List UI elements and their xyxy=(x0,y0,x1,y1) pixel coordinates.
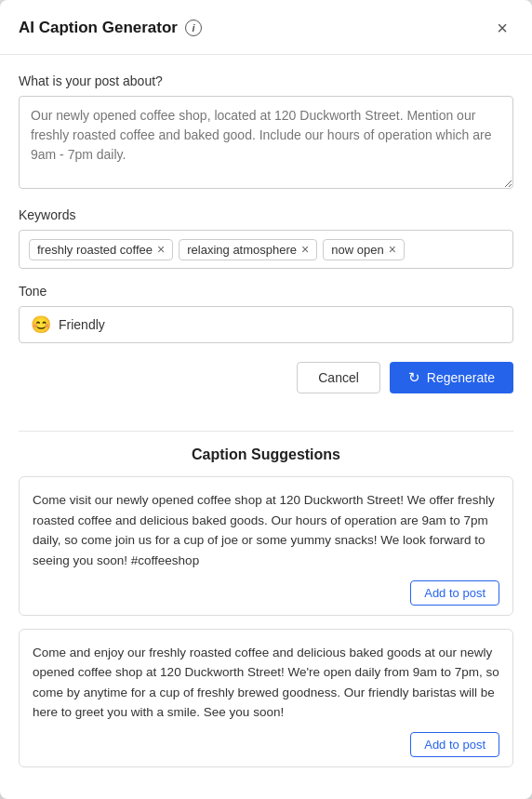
keyword-tag-2: relaxing atmosphere × xyxy=(179,239,317,260)
keywords-section: Keywords freshly roasted coffee × relaxi… xyxy=(19,207,513,269)
modal-title: AI Caption Generator xyxy=(19,19,178,37)
keywords-container: freshly roasted coffee × relaxing atmosp… xyxy=(19,230,513,269)
close-button[interactable]: × xyxy=(491,17,513,39)
tone-emoji: 😊 xyxy=(31,314,51,335)
keywords-label: Keywords xyxy=(19,207,513,222)
caption-text-2: Come and enjoy our freshly roasted coffe… xyxy=(33,643,499,723)
regenerate-label: Regenerate xyxy=(427,370,495,385)
modal-title-group: AI Caption Generator i xyxy=(19,19,202,37)
post-about-input[interactable] xyxy=(19,96,513,189)
ai-caption-generator-modal: AI Caption Generator i × What is your po… xyxy=(0,0,532,799)
tone-label: Tone xyxy=(19,284,513,299)
cancel-button[interactable]: Cancel xyxy=(297,362,380,393)
modal-header: AI Caption Generator i × xyxy=(0,0,532,55)
post-about-section: What is your post about? xyxy=(19,73,513,193)
keyword-text-2: relaxing atmosphere xyxy=(187,243,297,257)
add-to-post-button-1[interactable]: Add to post xyxy=(410,580,499,606)
keyword-text-3: now open xyxy=(331,243,383,257)
remove-keyword-3[interactable]: × xyxy=(389,243,396,256)
post-about-label: What is your post about? xyxy=(19,73,513,88)
tone-value: Friendly xyxy=(59,317,105,332)
remove-keyword-1[interactable]: × xyxy=(157,243,165,256)
regenerate-button[interactable]: ↻ Regenerate xyxy=(390,362,513,393)
keyword-tag-3: now open × xyxy=(323,239,405,260)
tone-section: Tone 😊 Friendly xyxy=(19,284,513,343)
add-to-post-button-2[interactable]: Add to post xyxy=(410,732,499,757)
caption-suggestions-section: Caption Suggestions Come visit our newly… xyxy=(0,432,532,799)
modal-body: What is your post about? Keywords freshl… xyxy=(0,55,532,431)
keyword-tag-1: freshly roasted coffee × xyxy=(29,239,173,260)
regenerate-icon: ↻ xyxy=(408,369,420,386)
caption-suggestions-title: Caption Suggestions xyxy=(19,446,513,463)
remove-keyword-2[interactable]: × xyxy=(301,243,309,256)
info-icon[interactable]: i xyxy=(185,20,202,36)
tone-selector[interactable]: 😊 Friendly xyxy=(19,306,513,343)
action-buttons: Cancel ↻ Regenerate xyxy=(19,362,513,408)
caption-card-1: Come visit our newly opened coffee shop … xyxy=(19,476,513,615)
caption-text-1: Come visit our newly opened coffee shop … xyxy=(33,490,499,570)
caption-card-2: Come and enjoy our freshly roasted coffe… xyxy=(19,629,513,767)
keyword-text-1: freshly roasted coffee xyxy=(37,243,153,257)
